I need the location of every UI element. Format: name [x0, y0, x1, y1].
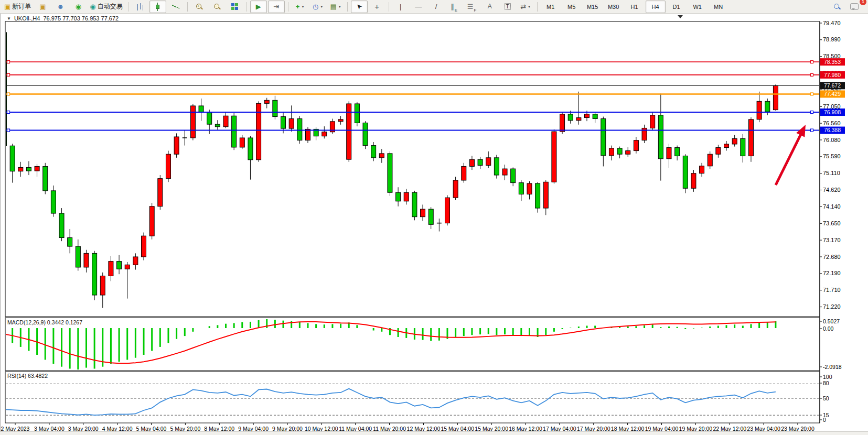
macd-indicator-label: MACD(12,26,9) 0.3442 0.1267: [7, 319, 82, 325]
zoom-out-icon: −: [213, 3, 221, 10]
chart-symbol-period: UKOil-,H4: [14, 15, 40, 21]
profile-button[interactable]: ☻: [52, 1, 69, 13]
timeframe-h1-button[interactable]: H1: [625, 1, 645, 13]
line-chart-button[interactable]: [167, 1, 184, 13]
timeframe-m30-button[interactable]: M30: [604, 1, 624, 13]
timeframe-d1-button[interactable]: D1: [667, 1, 687, 13]
svg-text:4 May 12:00: 4 May 12:00: [102, 426, 133, 432]
svg-text:5 May 20:00: 5 May 20:00: [170, 426, 200, 432]
svg-text:11 May 04:00: 11 May 04:00: [339, 426, 372, 432]
zoom-in-button[interactable]: +: [191, 1, 208, 13]
add-indicator-button[interactable]: + ▾: [292, 1, 308, 13]
timeframe-w1-button[interactable]: W1: [688, 1, 708, 13]
new-order-icon: ▣: [4, 3, 10, 10]
svg-text:17 May 20:00: 17 May 20:00: [577, 426, 610, 432]
notification-badge: 1: [860, 0, 866, 5]
line-handle[interactable]: [7, 111, 10, 114]
candlestick-chart-button[interactable]: [149, 1, 166, 13]
arrows-tool[interactable]: ⇄ ▾: [517, 1, 534, 13]
svg-text:73.170: 73.170: [823, 237, 841, 243]
bar-chart-button[interactable]: [132, 1, 148, 13]
svg-text:100: 100: [823, 374, 832, 380]
svg-text:16 May 12:00: 16 May 12:00: [509, 426, 542, 432]
dropdown-caret: ▾: [320, 4, 323, 9]
autotrade-label: 自动交易: [98, 2, 123, 11]
svg-text:77.429: 77.429: [824, 91, 841, 97]
timeframe-m5-button[interactable]: M5: [562, 1, 582, 13]
svg-text:0: 0: [823, 417, 826, 423]
gold-box-icon: ▣: [39, 3, 46, 10]
svg-text:75.110: 75.110: [823, 170, 840, 176]
line-handle[interactable]: [811, 61, 813, 63]
svg-text:9 May 20:00: 9 May 20:00: [272, 426, 303, 432]
vertical-line-tool[interactable]: |: [392, 1, 409, 13]
line-handle[interactable]: [7, 129, 10, 132]
notifications-button[interactable]: 1: [846, 1, 863, 13]
line-handle[interactable]: [811, 93, 813, 95]
auto-scroll-button[interactable]: ▶: [250, 1, 267, 13]
channel-tool[interactable]: ∥ E: [446, 1, 463, 13]
templates-button[interactable]: ▤ ▾: [327, 1, 344, 13]
fibonacci-tool[interactable]: ☰ F: [464, 1, 480, 13]
chat-bubble-icon: [850, 3, 859, 10]
timeframe-m1-button[interactable]: M1: [541, 1, 561, 13]
text-tool-icon: A: [488, 3, 492, 10]
autotrade-button[interactable]: ◉ 自动交易: [88, 1, 124, 13]
clock-icon: ◷: [313, 3, 318, 10]
svg-text:74.620: 74.620: [823, 187, 841, 193]
signals-button[interactable]: ◉: [70, 1, 87, 13]
timeframe-h4-button[interactable]: H4: [646, 1, 666, 13]
line-handle[interactable]: [811, 111, 813, 114]
market-watch-button[interactable]: ▣: [34, 1, 51, 13]
horizontal-line-tool[interactable]: —: [410, 1, 427, 13]
svg-text:17 May 04:00: 17 May 04:00: [543, 426, 576, 432]
chart-area[interactable]: 79.47078.99078.50078.02077.53077.05076.5…: [0, 14, 868, 435]
text-label-tool[interactable]: T: [499, 1, 516, 13]
line-handle[interactable]: [811, 129, 813, 132]
fibonacci-icon: ☰: [467, 3, 474, 10]
bar-chart-icon: [137, 3, 143, 10]
svg-text:23 May 04:00: 23 May 04:00: [747, 426, 780, 432]
svg-text:71.710: 71.710: [823, 287, 841, 293]
crosshair-icon: +: [374, 3, 379, 10]
svg-text:8 May 12:00: 8 May 12:00: [204, 426, 234, 432]
cursor-tool-button[interactable]: ➤: [351, 1, 368, 13]
collapse-triangle-icon[interactable]: ▼: [7, 16, 11, 21]
trendline-tool[interactable]: /: [428, 1, 445, 13]
line-handle[interactable]: [7, 93, 10, 95]
tile-windows-button[interactable]: [227, 1, 243, 13]
main-toolbar: ▣ 新订单 ▣ ☻ ◉ ◉ 自动交易 + − ▶ ⇥ + ▾: [0, 0, 868, 14]
svg-text:19 May 04:00: 19 May 04:00: [645, 426, 679, 432]
line-handle[interactable]: [811, 73, 813, 76]
svg-text:76.908: 76.908: [824, 109, 841, 115]
svg-text:3 May 04:00: 3 May 04:00: [34, 426, 65, 432]
channel-sub-label: E: [455, 8, 457, 13]
svg-text:10 May 12:00: 10 May 12:00: [305, 426, 338, 432]
svg-text:72.190: 72.190: [823, 270, 841, 276]
svg-text:11 May 20:00: 11 May 20:00: [373, 426, 406, 432]
zoom-out-button[interactable]: −: [209, 1, 226, 13]
svg-text:23 May 20:00: 23 May 20:00: [781, 426, 815, 432]
svg-text:71.220: 71.220: [823, 303, 841, 310]
svg-text:76.560: 76.560: [823, 120, 841, 126]
line-handle[interactable]: [7, 61, 10, 63]
dropdown-caret: ▾: [302, 4, 304, 9]
text-tool[interactable]: A: [481, 1, 498, 13]
search-button[interactable]: [828, 1, 845, 13]
periods-button[interactable]: ◷ ▾: [309, 1, 326, 13]
separator: [128, 2, 128, 12]
vline-icon: |: [400, 3, 401, 10]
svg-text:15 May 04:00: 15 May 04:00: [441, 426, 474, 432]
timeframe-m15-button[interactable]: M15: [583, 1, 603, 13]
text-label-icon: T: [505, 3, 511, 10]
dropdown-caret: ▾: [339, 4, 341, 9]
mt4-window: { "toolbar": { "new_order_label": "新订单",…: [0, 0, 868, 435]
crosshair-tool-button[interactable]: +: [369, 1, 385, 13]
svg-text:2 May 2023: 2 May 2023: [1, 426, 30, 432]
separator: [537, 2, 538, 12]
new-order-button[interactable]: ▣ 新订单: [2, 1, 33, 13]
timeframe-mn-button[interactable]: MN: [709, 1, 728, 13]
line-handle[interactable]: [7, 73, 10, 76]
svg-text:19 May 20:00: 19 May 20:00: [679, 426, 713, 432]
chart-shift-button[interactable]: ⇥: [268, 1, 285, 13]
